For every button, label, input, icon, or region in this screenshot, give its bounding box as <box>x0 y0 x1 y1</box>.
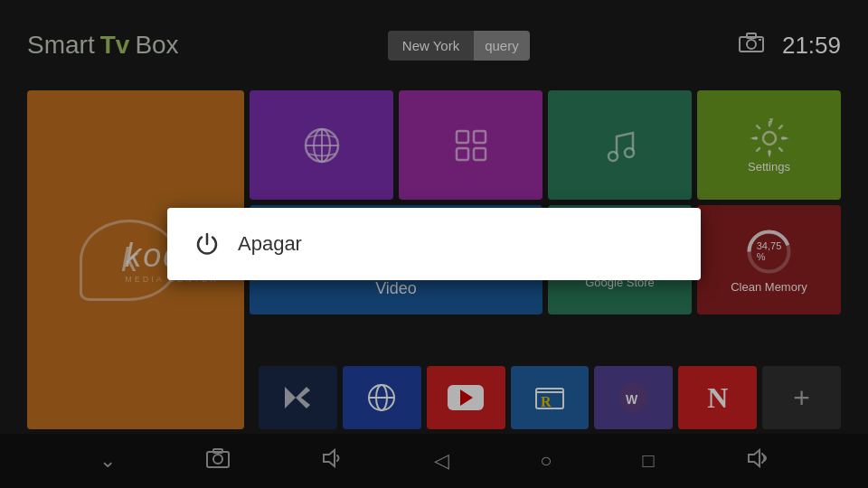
dialog-overlay: Apagar <box>0 0 868 488</box>
dialog-label: Apagar <box>238 232 302 256</box>
power-icon <box>194 231 220 257</box>
shutdown-dialog[interactable]: Apagar <box>167 208 701 280</box>
